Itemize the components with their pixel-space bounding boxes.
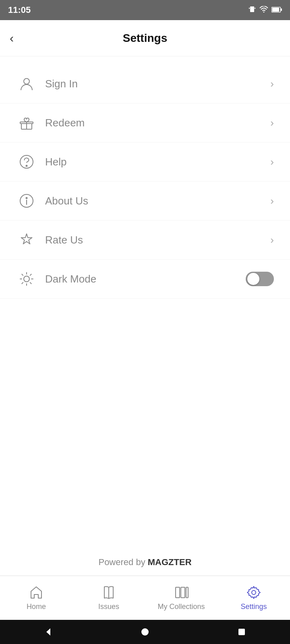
chevron-right-icon: ›	[270, 234, 274, 246]
powered-by-brand: MAGZTER	[148, 557, 192, 567]
home-system-button[interactable]	[141, 627, 149, 636]
menu-item-about-us[interactable]: About Us ›	[0, 182, 290, 221]
svg-rect-23	[176, 587, 180, 598]
svg-rect-1	[249, 8, 250, 9]
collections-icon	[174, 585, 189, 600]
nav-item-home[interactable]: Home	[0, 585, 72, 611]
recent-system-button[interactable]	[237, 627, 246, 636]
toggle-knob	[247, 273, 259, 285]
svg-rect-6	[272, 8, 279, 12]
system-bar	[0, 620, 290, 644]
page-title: Settings	[123, 32, 167, 45]
question-icon	[16, 151, 37, 172]
back-system-button[interactable]	[44, 627, 53, 636]
svg-point-14	[24, 276, 29, 282]
svg-rect-25	[186, 587, 188, 598]
svg-line-21	[30, 274, 31, 275]
star-icon	[16, 229, 37, 250]
svg-point-26	[252, 590, 256, 594]
powered-by: Powered by MAGZTER	[0, 549, 290, 576]
svg-rect-5	[281, 8, 282, 11]
book-icon	[101, 585, 116, 600]
menu-item-rate-us[interactable]: Rate Us ›	[0, 221, 290, 260]
nav-collections-label: My Collections	[157, 603, 205, 611]
redeem-label: Redeem	[45, 117, 270, 129]
svg-point-7	[24, 78, 29, 84]
svg-line-20	[30, 283, 31, 284]
header: ‹ Settings	[0, 20, 290, 56]
dark-mode-toggle[interactable]	[246, 272, 274, 286]
menu-item-dark-mode[interactable]: Dark Mode	[0, 260, 290, 299]
menu-item-help[interactable]: Help ›	[0, 142, 290, 182]
svg-rect-0	[250, 6, 254, 12]
svg-marker-27	[46, 628, 50, 636]
nav-item-my-collections[interactable]: My Collections	[145, 585, 218, 611]
sign-in-label: Sign In	[45, 78, 270, 90]
chevron-right-icon: ›	[270, 78, 274, 90]
svg-line-19	[22, 274, 23, 275]
back-button[interactable]: ‹	[10, 31, 14, 45]
dark-mode-label: Dark Mode	[45, 273, 246, 285]
gift-icon	[16, 112, 37, 133]
chevron-right-icon: ›	[270, 195, 274, 207]
rate-us-label: Rate Us	[45, 234, 270, 246]
status-icons	[248, 5, 282, 15]
toggle-switch[interactable]	[246, 272, 274, 286]
vibrate-icon	[248, 5, 256, 15]
menu-item-sign-in[interactable]: Sign In ›	[0, 64, 290, 103]
svg-point-13	[26, 198, 27, 199]
home-icon	[29, 585, 44, 600]
svg-point-3	[263, 11, 265, 12]
wifi-icon	[259, 6, 268, 14]
nav-issues-label: Issues	[98, 603, 119, 611]
battery-icon	[271, 6, 282, 14]
chevron-right-icon: ›	[270, 156, 274, 168]
help-label: Help	[45, 156, 270, 168]
menu-item-redeem[interactable]: Redeem ›	[0, 103, 290, 142]
svg-rect-2	[255, 8, 255, 9]
person-icon	[16, 73, 37, 94]
svg-point-11	[26, 165, 27, 167]
nav-home-label: Home	[27, 603, 46, 611]
nav-item-settings[interactable]: Settings	[218, 585, 290, 611]
main-content: Sign In › Redeem › Help ›	[0, 56, 290, 549]
bottom-nav: Home Issues My Collections Settings	[0, 576, 290, 620]
nav-settings-label: Settings	[240, 603, 267, 611]
nav-item-issues[interactable]: Issues	[72, 585, 145, 611]
svg-rect-29	[238, 629, 245, 635]
svg-line-22	[22, 283, 23, 284]
chevron-right-icon: ›	[270, 117, 274, 129]
status-time: 11:05	[8, 5, 31, 15]
powered-by-prefix: Powered by	[98, 557, 145, 567]
about-us-label: About Us	[45, 195, 270, 207]
svg-point-28	[141, 628, 149, 636]
info-icon	[16, 190, 37, 211]
sun-icon	[16, 268, 37, 289]
gear-icon	[246, 585, 261, 600]
svg-rect-24	[181, 587, 185, 598]
status-bar: 11:05	[0, 0, 290, 20]
